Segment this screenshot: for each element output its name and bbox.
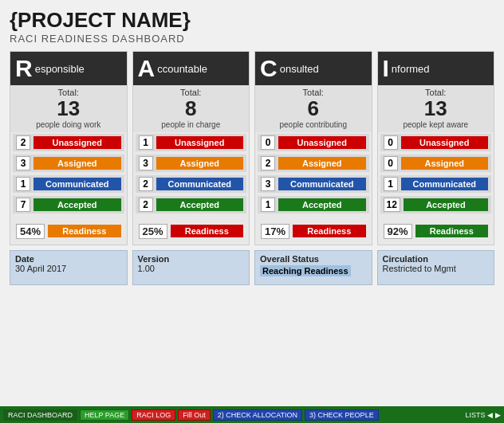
col-rest-i: nformed — [392, 63, 430, 75]
taskbar-raci-dashboard[interactable]: RACI DASHBOARD — [3, 409, 77, 421]
raci-grid: R esponsible Total: 13 people doing work… — [10, 51, 494, 245]
assigned-row-c: 2 Assigned — [258, 155, 369, 172]
column-c: C onsulted Total: 6 people contributing … — [254, 51, 372, 245]
footer-circulation-label: Circulation — [383, 254, 490, 264]
readiness-pct-r: 54% — [16, 224, 45, 239]
col-rows-i: 0 Unassigned 0 Assigned 1 Communicated 1… — [378, 132, 494, 245]
readiness-row-c: 17% Readiness — [258, 222, 369, 241]
assigned-row-i: 0 Assigned — [380, 155, 492, 172]
readiness-label-a: Readiness — [171, 225, 244, 237]
col-letter-i: I — [383, 57, 389, 80]
communicated-badge-r: Communicated — [33, 178, 121, 190]
col-header-r: R esponsible — [10, 52, 127, 85]
taskbar-help-page[interactable]: HELP PAGE — [80, 409, 129, 421]
unassigned-badge-r: Unassigned — [33, 136, 121, 149]
total-number-a: 8 — [135, 97, 248, 120]
total-section-i: Total: 13 people kept aware — [378, 85, 494, 132]
accepted-row-r: 7 Accepted — [13, 196, 124, 213]
accepted-row-a: 2 Accepted — [136, 196, 247, 213]
total-section-a: Total: 8 people in charge — [133, 85, 250, 132]
communicated-count-r: 1 — [16, 177, 30, 191]
communicated-row-i: 1 Communicated — [380, 175, 492, 193]
unassigned-row-r: 2 Unassigned — [13, 134, 124, 151]
readiness-row-a: 25% Readiness — [136, 222, 247, 241]
total-desc-r: people doing work — [12, 120, 125, 131]
assigned-badge-r: Assigned — [33, 157, 121, 170]
taskbar-check-allocation[interactable]: 2) CHECK ALLOCATION — [213, 409, 302, 421]
unassigned-count-r: 2 — [16, 135, 30, 150]
communicated-count-a: 2 — [139, 177, 153, 191]
total-desc-i: people kept aware — [380, 120, 493, 131]
taskbar-nav-icons[interactable]: ◀ ▶ — [487, 411, 501, 419]
accepted-count-i: 12 — [384, 198, 400, 212]
col-rows-a: 1 Unassigned 3 Assigned 2 Communicated 2… — [133, 132, 250, 245]
taskbar: RACI DASHBOARD HELP PAGE RACI LOG Fill O… — [0, 406, 504, 423]
col-header-i: I nformed — [378, 52, 494, 85]
assigned-row-r: 3 Assigned — [13, 155, 124, 172]
col-rest-r: esponsible — [35, 63, 85, 75]
footer-date-value: 30 April 2017 — [15, 264, 122, 273]
readiness-row-i: 92% Readiness — [380, 222, 492, 241]
readiness-pct-a: 25% — [139, 224, 167, 239]
accepted-row-c: 1 Accepted — [258, 196, 369, 213]
communicated-count-c: 3 — [261, 177, 275, 191]
footer-date: Date 30 April 2017 — [10, 250, 128, 285]
accepted-badge-a: Accepted — [156, 198, 244, 211]
accepted-count-a: 2 — [139, 198, 153, 212]
readiness-label-r: Readiness — [48, 225, 121, 237]
accepted-badge-i: Accepted — [404, 198, 488, 211]
taskbar-lists-label: LISTS — [465, 411, 485, 419]
col-rest-c: onsulted — [280, 63, 319, 75]
total-desc-c: people contributing — [257, 120, 370, 131]
col-letter-r: R — [15, 57, 33, 80]
taskbar-fill-out[interactable]: Fill Out — [178, 409, 211, 421]
taskbar-lists: LISTS ◀ ▶ — [465, 411, 501, 419]
communicated-count-i: 1 — [384, 177, 398, 191]
communicated-row-r: 1 Communicated — [13, 175, 124, 193]
accepted-row-i: 12 Accepted — [380, 196, 492, 213]
col-rows-c: 0 Unassigned 2 Assigned 3 Communicated 1… — [255, 132, 372, 245]
taskbar-raci-log[interactable]: RACI LOG — [132, 409, 175, 421]
unassigned-row-a: 1 Unassigned — [136, 134, 247, 151]
footer-circulation-value: Restricted to Mgmt — [383, 264, 490, 273]
main-container: {PROJECT NAME} RACI READINESS DASHBOARD … — [0, 0, 504, 406]
col-rest-a: ccountable — [157, 63, 207, 75]
total-section-c: Total: 6 people contributing — [255, 85, 372, 132]
accepted-count-r: 7 — [16, 198, 30, 212]
assigned-badge-c: Assigned — [278, 157, 366, 170]
col-letter-c: C — [260, 57, 278, 80]
communicated-badge-a: Communicated — [156, 178, 244, 190]
footer-status: Overall Status Reaching Readiness — [254, 250, 372, 285]
footer-grid: Date 30 April 2017 Version 1.00 Overall … — [10, 250, 494, 285]
unassigned-badge-a: Unassigned — [156, 136, 244, 149]
footer-version-label: Version — [138, 254, 245, 264]
accepted-count-c: 1 — [261, 198, 275, 212]
unassigned-count-c: 0 — [261, 135, 275, 150]
readiness-pct-c: 17% — [261, 224, 289, 239]
total-number-r: 13 — [12, 97, 125, 120]
col-letter-a: A — [138, 57, 156, 80]
taskbar-check-people[interactable]: 3) CHECK PEOPLE — [305, 409, 379, 421]
total-desc-a: people in charge — [135, 120, 248, 131]
communicated-badge-c: Communicated — [278, 178, 366, 190]
unassigned-badge-i: Unassigned — [401, 136, 489, 149]
assigned-count-i: 0 — [384, 156, 398, 170]
assigned-count-a: 3 — [139, 156, 153, 170]
footer-version-value: 1.00 — [138, 264, 245, 273]
col-header-c: C onsulted — [255, 52, 372, 85]
total-number-c: 6 — [257, 97, 370, 120]
assigned-count-r: 3 — [16, 156, 30, 170]
column-i: I nformed Total: 13 people kept aware 0 … — [377, 51, 495, 245]
footer-version: Version 1.00 — [132, 250, 250, 285]
assigned-count-c: 2 — [261, 156, 275, 170]
column-r: R esponsible Total: 13 people doing work… — [10, 51, 128, 245]
unassigned-count-i: 0 — [384, 135, 398, 150]
unassigned-row-i: 0 Unassigned — [380, 134, 492, 151]
col-rows-r: 2 Unassigned 3 Assigned 1 Communicated 7… — [10, 132, 127, 245]
communicated-badge-i: Communicated — [401, 178, 489, 190]
readiness-label-i: Readiness — [415, 225, 489, 237]
readiness-row-r: 54% Readiness — [13, 222, 124, 241]
readiness-pct-i: 92% — [384, 224, 412, 239]
accepted-badge-r: Accepted — [33, 198, 121, 211]
col-header-a: A ccountable — [133, 52, 250, 85]
